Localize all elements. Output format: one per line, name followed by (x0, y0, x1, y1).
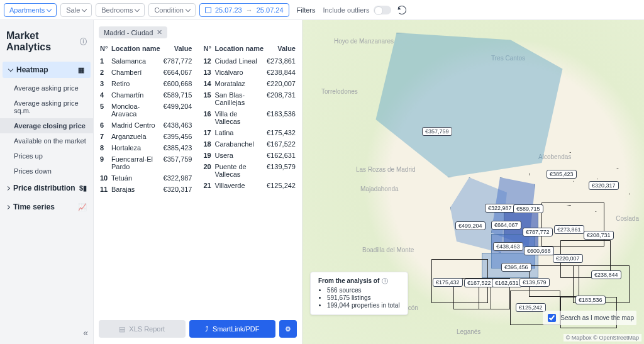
include-outliers-toggle[interactable] (374, 6, 391, 14)
table-row[interactable]: 5Moncloa-Aravaca€499,204 (99, 101, 194, 119)
table-row[interactable]: 4Chamartín€589,715 (99, 89, 194, 101)
price-tag[interactable]: €787,772 (523, 228, 553, 236)
chevron-right-icon (6, 186, 10, 190)
timeseries-icon: 📈 (78, 203, 87, 211)
refresh-icon[interactable] (397, 6, 406, 14)
bedrooms-dropdown[interactable]: Bedrooms (96, 3, 145, 17)
chevron-down-icon (135, 6, 140, 11)
price-tag[interactable]: €322,987 (485, 204, 515, 213)
search-as-move-checkbox[interactable]: Search as I move the map (543, 311, 636, 325)
table-row[interactable]: 10Tetuán€322,987 (99, 172, 194, 184)
share-icon: ⤴ (205, 325, 209, 333)
sidebar: Market Analytics i Heatmap ▦ Average ask… (0, 20, 94, 344)
chevron-down-icon (186, 6, 191, 11)
close-icon[interactable]: ✕ (157, 28, 162, 36)
nav-prices-up[interactable]: Prices up (0, 148, 93, 164)
sale-dropdown[interactable]: Sale (60, 3, 92, 17)
price-tag[interactable]: €175,432 (433, 278, 463, 287)
date-range-picker[interactable]: 25.07.23 → 25.07.24 (199, 3, 289, 17)
table-row[interactable]: 20Puente de Vallecas€139,579 (203, 161, 297, 180)
location-chip[interactable]: Madrid - Ciudad ✕ (99, 26, 167, 38)
xls-icon: ▤ (119, 325, 125, 333)
nav-avg-close[interactable]: Average closing price (0, 118, 93, 133)
table-row[interactable]: 21Villaverde€125,242 (203, 180, 297, 191)
chevron-down-icon (47, 6, 52, 11)
map-attribution: © Mapbox © OpenStreetMap (564, 334, 641, 341)
nav-heatmap[interactable]: Heatmap ▦ (3, 62, 91, 78)
analysis-summary: From the analysis of i 566 sources 591,6… (310, 272, 408, 315)
table-row[interactable]: 12Ciudad Lineal€273,861 (203, 55, 297, 67)
info-icon[interactable]: i (80, 38, 87, 45)
info-icon[interactable]: i (382, 278, 388, 284)
price-tag[interactable]: €600,668 (524, 247, 554, 255)
price-tag[interactable]: €438,463 (493, 242, 523, 251)
price-tag[interactable]: €208,731 (584, 231, 614, 240)
price-tag[interactable]: €238,844 (591, 270, 621, 279)
price-tag[interactable]: €125,242 (516, 303, 546, 312)
table-row[interactable]: 15San Blas-Canillejas€208,731 (203, 89, 297, 108)
nav-avg-ask[interactable]: Average asking price (0, 80, 93, 96)
heatmap-icon: ▦ (78, 66, 84, 74)
price-tag[interactable]: €273,861 (554, 225, 584, 234)
price-tag[interactable]: €220,007 (553, 254, 583, 263)
table-row[interactable]: 11Barajas€320,317 (99, 184, 194, 195)
table-row[interactable]: 18Carabanchel€167,522 (203, 138, 297, 150)
include-outliers-label: Include outliers (323, 6, 370, 14)
checkbox-input[interactable] (548, 314, 556, 322)
place-label: Las Rozas de Madrid (356, 166, 416, 173)
place-label: Leganés (457, 328, 480, 335)
table-row[interactable]: 14Moratalaz€220,007 (203, 78, 297, 89)
nav-time-series[interactable]: Time series 📈 (0, 197, 93, 216)
price-tag[interactable]: €395,456 (501, 263, 531, 272)
table-row[interactable]: 19Usera€162,631 (203, 150, 297, 161)
table-row[interactable]: 7Arganzuela€395,456 (99, 131, 194, 142)
price-tag[interactable]: €139,579 (519, 278, 550, 287)
price-tag[interactable]: €385,423 (547, 170, 577, 179)
table-row[interactable]: 1Salamanca€787,772 (99, 55, 194, 67)
table-row[interactable]: 17Latina€175,432 (203, 127, 297, 138)
gear-icon: ⚙ (285, 325, 291, 333)
price-tag[interactable]: €320,317 (589, 181, 619, 190)
table-row[interactable]: 13Vicálvaro€238,844 (203, 67, 297, 78)
place-label: Hoyo de Manzanares (334, 38, 394, 45)
condition-dropdown[interactable]: Condition (148, 3, 195, 17)
price-tag[interactable]: €499,204 (455, 221, 486, 230)
nav-prices-down[interactable]: Prices down (0, 164, 93, 179)
place-label: Boadilla del Monte (362, 247, 414, 253)
price-tag[interactable]: €664,067 (491, 221, 521, 230)
apartments-dropdown[interactable]: Apartments (4, 3, 57, 17)
arrow-right-icon: → (246, 6, 253, 14)
table-row[interactable]: 3Retiro€600,668 (99, 78, 194, 89)
page-title: Market Analytics i (0, 20, 93, 62)
chevron-down-icon (8, 67, 13, 72)
ranking-table-left: N° Location name Value 1Salamanca€787,77… (99, 42, 194, 195)
price-tag[interactable]: €162,631 (492, 279, 522, 287)
smartlink-pdf-button[interactable]: ⤴ SmartLink/PDF (189, 320, 276, 338)
price-tag[interactable]: €589,715 (513, 204, 543, 213)
xls-report-button[interactable]: ▤ XLS Report (99, 320, 186, 338)
filters-button[interactable]: Filters (293, 6, 319, 14)
place-label: Coslada (616, 215, 639, 222)
table-row[interactable]: 8Hortaleza€385,423 (99, 142, 194, 153)
price-tag[interactable]: €167,522 (464, 279, 494, 287)
chevron-right-icon (6, 204, 10, 209)
data-panel: Madrid - Ciudad ✕ N° Location name Value… (94, 20, 303, 344)
chevron-down-icon (82, 6, 87, 11)
distribution-icon: $▮ (79, 184, 87, 192)
nav-price-distribution[interactable]: Price distribution $▮ (0, 179, 93, 197)
filter-bar: Apartments Sale Bedrooms Condition 25.07… (0, 0, 644, 20)
table-row[interactable]: 2Chamberí€664,067 (99, 67, 194, 78)
nav-avg-ask-sqm[interactable]: Average asking price sq.m. (0, 96, 93, 118)
price-tag[interactable]: €357,759 (422, 127, 452, 136)
collapse-sidebar-button[interactable]: « (83, 328, 88, 338)
table-row[interactable]: 16Villa de Vallecas€183,536 (203, 108, 297, 127)
table-row[interactable]: 6Madrid Centro€438,463 (99, 119, 194, 131)
calendar-icon (205, 7, 211, 13)
ranking-table-right: N° Location name Value 12Ciudad Lineal€2… (203, 42, 297, 191)
settings-button[interactable]: ⚙ (279, 320, 297, 338)
price-tag[interactable]: €183,536 (575, 296, 606, 304)
table-row[interactable]: 9Fuencarral-El Pardo€357,759 (99, 153, 194, 172)
map-panel[interactable]: Hoyo de Manzanares Tres Cantos Torrelodo… (303, 20, 644, 344)
nav-available[interactable]: Available on the market (0, 133, 93, 148)
place-label: Majadahonda (360, 186, 399, 192)
